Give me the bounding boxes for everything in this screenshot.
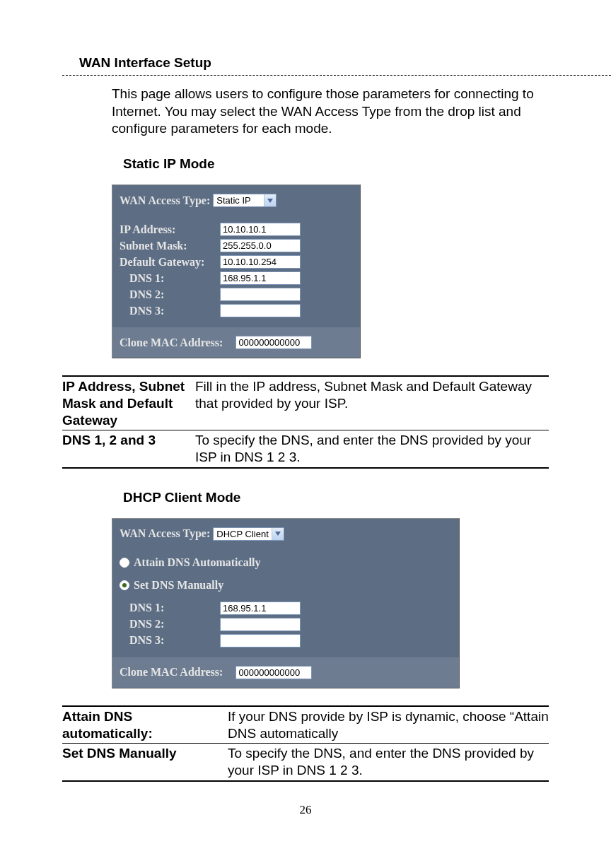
chevron-down-icon: [264, 194, 276, 206]
desc-key: Attain DNS automatically:: [62, 707, 226, 744]
ip-address-label: IP Address:: [120, 223, 220, 236]
desc-key: Set DNS Manually: [62, 744, 226, 780]
dns3-input[interactable]: [220, 304, 301, 317]
dns3-input[interactable]: [220, 634, 301, 647]
dns1-label: DNS 1:: [120, 602, 220, 614]
clone-mac-input[interactable]: [235, 336, 312, 349]
subnet-mask-input[interactable]: [220, 239, 301, 252]
table-row: IP Address, Subnet Mask and Default Gate…: [62, 377, 549, 430]
radio-icon: [120, 558, 129, 568]
desc-value: To specify the DNS, and enter the DNS pr…: [226, 744, 549, 780]
ip-address-input[interactable]: [220, 223, 301, 236]
table-row: Attain DNS automatically: If your DNS pr…: [62, 707, 549, 744]
wan-access-type-select[interactable]: Static IP: [213, 194, 277, 207]
dns2-label: DNS 2:: [120, 618, 220, 631]
dns3-label: DNS 3:: [120, 634, 220, 647]
dns1-input[interactable]: [220, 271, 301, 285]
dns2-input[interactable]: [220, 288, 301, 301]
intro-text: This page allows users to configure thos…: [112, 86, 547, 138]
dns2-input[interactable]: [220, 618, 301, 631]
clone-mac-label: Clone MAC Address:: [120, 666, 223, 679]
dhcp-panel: WAN Access Type: DHCP Client Attain DNS …: [112, 518, 460, 688]
desc-key: IP Address, Subnet Mask and Default Gate…: [62, 377, 194, 430]
clone-mac-input[interactable]: [235, 666, 312, 679]
wan-access-type-value: Static IP: [214, 195, 264, 206]
desc-key: DNS 1, 2 and 3: [62, 430, 194, 467]
attain-dns-auto-label: Attain DNS Automatically: [134, 556, 261, 569]
static-ip-panel: WAN Access Type: Static IP IP Address: S…: [112, 184, 361, 358]
default-gateway-label: Default Gateway:: [120, 256, 220, 269]
clone-mac-label: Clone MAC Address:: [120, 336, 223, 349]
chevron-down-icon: [272, 528, 284, 540]
dns2-label: DNS 2:: [120, 288, 220, 301]
page-title: WAN Interface Setup: [79, 55, 611, 71]
page-number: 26: [0, 803, 611, 817]
dhcp-desc-table: Attain DNS automatically: If your DNS pr…: [62, 705, 549, 782]
dns1-input[interactable]: [220, 602, 301, 615]
set-dns-manually-option[interactable]: Set DNS Manually: [120, 579, 452, 592]
set-dns-manually-label: Set DNS Manually: [134, 579, 223, 592]
desc-value: To specify the DNS, and enter the DNS pr…: [194, 430, 549, 467]
divider: [62, 75, 611, 76]
desc-value: Fill in the IP address, Subnet Mask and …: [194, 377, 549, 430]
desc-value: If your DNS provide by ISP is dynamic, c…: [226, 707, 549, 744]
wan-access-type-select[interactable]: DHCP Client: [213, 527, 284, 541]
radio-icon: [120, 580, 129, 590]
dns3-label: DNS 3:: [120, 305, 220, 317]
wan-access-type-label: WAN Access Type:: [120, 194, 213, 207]
attain-dns-auto-option[interactable]: Attain DNS Automatically: [120, 556, 452, 569]
static-ip-heading: Static IP Mode: [123, 156, 611, 172]
subnet-mask-label: Subnet Mask:: [120, 240, 220, 252]
dns1-label: DNS 1:: [120, 272, 220, 285]
static-desc-table: IP Address, Subnet Mask and Default Gate…: [62, 375, 549, 469]
default-gateway-input[interactable]: [220, 255, 301, 269]
dhcp-heading: DHCP Client Mode: [123, 490, 611, 505]
table-row: DNS 1, 2 and 3 To specify the DNS, and e…: [62, 430, 549, 467]
wan-access-type-value: DHCP Client: [214, 529, 271, 539]
table-row: Set DNS Manually To specify the DNS, and…: [62, 743, 549, 780]
wan-access-type-label: WAN Access Type:: [120, 527, 213, 540]
